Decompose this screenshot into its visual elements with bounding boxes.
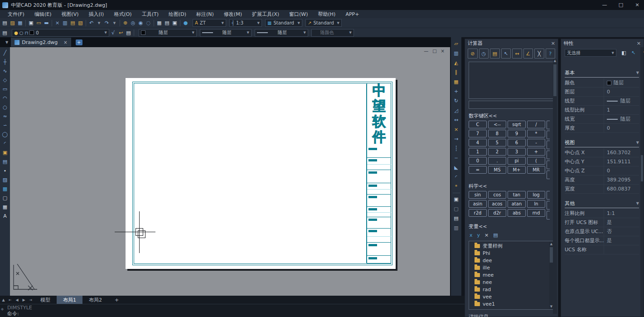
close-button[interactable]: ×: [630, 0, 644, 10]
calc-measure-angle-icon[interactable]: ∠: [523, 49, 533, 59]
numpad-section-label[interactable]: 数字键区<<: [465, 109, 558, 121]
sci-key[interactable]: abs: [508, 209, 526, 217]
menu-file[interactable]: 文件(F): [3, 11, 29, 18]
plot-preview-icon[interactable]: ▭: [35, 19, 43, 27]
doc-minimize-icon[interactable]: —: [424, 49, 428, 54]
move-icon[interactable]: +: [452, 87, 460, 96]
menu-app[interactable]: APP+: [340, 11, 364, 17]
variable-item[interactable]: Phi: [469, 249, 554, 257]
toolbar-icon[interactable]: [154, 20, 154, 26]
calc-key[interactable]: <--: [488, 121, 506, 128]
last-tab-icon[interactable]: ⇥: [27, 298, 34, 302]
variables-section-label[interactable]: 变量<<: [465, 219, 558, 231]
table-style-select[interactable]: ▦ Standard ▼: [265, 19, 302, 27]
property-row[interactable]: 中心点 Y 151.9111: [565, 157, 639, 166]
viewports-icon[interactable]: ▦: [155, 19, 163, 27]
redo-dropdown-icon[interactable]: ▾: [111, 19, 118, 27]
explode-icon[interactable]: *: [452, 182, 460, 191]
calc-key[interactable]: 6: [508, 139, 526, 146]
select-objects-icon[interactable]: ↖: [629, 49, 637, 57]
line-icon[interactable]: ╱: [1, 48, 9, 57]
menu-dimension[interactable]: 标注(N): [191, 11, 219, 18]
tab-menu-icon[interactable]: ▲: [0, 298, 7, 302]
calc-key[interactable]: =: [469, 166, 487, 174]
calc-key[interactable]: pi: [508, 157, 526, 165]
sci-key[interactable]: ln: [527, 200, 545, 208]
property-row[interactable]: 每个视口都显示... 是: [565, 236, 639, 245]
calc-key[interactable]: .: [488, 157, 506, 165]
menu-draw[interactable]: 绘图(D): [164, 11, 191, 18]
command-window-grip-icon[interactable]: ◆: [1, 306, 4, 312]
calc-key[interactable]: 1: [469, 148, 487, 156]
copy-clip-icon[interactable]: ▥: [61, 19, 69, 27]
zoom-previous-icon[interactable]: ◌: [145, 19, 152, 27]
scroll-thumb[interactable]: [553, 64, 557, 96]
property-row[interactable]: 线型 随层: [565, 97, 639, 106]
toolbar-icon[interactable]: [25, 20, 26, 26]
sci-key[interactable]: asin: [469, 200, 487, 208]
restore-button[interactable]: □: [614, 0, 628, 10]
edit-variable-icon[interactable]: y: [477, 232, 480, 238]
menu-help[interactable]: 帮助(H): [313, 11, 341, 18]
hatch-icon[interactable]: ▨: [1, 175, 9, 184]
extend-icon[interactable]: →: [452, 134, 460, 144]
layer-freeze-icon[interactable]: ○: [19, 30, 24, 35]
sci-key[interactable]: d2r: [488, 209, 506, 217]
doc-tab-list-icon[interactable]: ▼: [5, 40, 8, 44]
minimize-button[interactable]: —: [598, 0, 611, 10]
calc-key[interactable]: MR: [527, 166, 545, 174]
delete-variable-icon[interactable]: ×: [484, 232, 489, 238]
next-tab-icon[interactable]: ▶: [20, 298, 27, 302]
trim-icon[interactable]: ×: [452, 125, 460, 134]
menu-format[interactable]: 格式(O): [109, 11, 136, 18]
calc-help-icon[interactable]: ?: [546, 49, 556, 59]
rotate-icon[interactable]: ↻: [452, 96, 460, 106]
calc-get-coordinates-icon[interactable]: ↖: [501, 49, 511, 59]
menu-window[interactable]: 窗口(W): [284, 11, 313, 18]
ellipse-icon[interactable]: ◯: [1, 130, 9, 139]
mirror-icon[interactable]: ◭: [452, 58, 460, 68]
circle-icon[interactable]: ○: [1, 102, 9, 112]
menu-insert[interactable]: 插入(I): [84, 11, 109, 18]
property-row[interactable]: 图层 0: [565, 88, 639, 97]
bring-above-icon[interactable]: ▤: [452, 214, 460, 223]
calc-input-field[interactable]: [469, 101, 554, 109]
sci-key[interactable]: rnd: [527, 209, 545, 217]
layer-manager-icon[interactable]: ▤: [1, 29, 9, 37]
tab-layout1[interactable]: 布局1: [57, 296, 82, 304]
calc-history-area[interactable]: [469, 62, 554, 99]
property-row[interactable]: 中心点 Z 0: [565, 166, 639, 176]
pickadd-toggle-icon[interactable]: ◧: [620, 49, 628, 57]
details-label[interactable]: 详细信息: [465, 310, 558, 317]
dim-style-select[interactable]: ┤ 1:3 ▼: [229, 19, 262, 27]
shade-icon[interactable]: ▣: [171, 19, 179, 27]
point-icon[interactable]: ∙: [1, 166, 9, 175]
toolbar-icon[interactable]: [120, 20, 120, 26]
property-row[interactable]: UCS 名称: [565, 245, 639, 254]
calc-clear-icon[interactable]: ⊘: [468, 49, 478, 59]
variable-item[interactable]: 变量样例: [469, 242, 554, 249]
section-header-view[interactable]: 视图 ▼: [565, 139, 639, 147]
calc-key[interactable]: 2: [488, 148, 506, 156]
menu-tools[interactable]: 工具(T): [137, 11, 164, 18]
scroll-thumb[interactable]: [550, 247, 553, 263]
rectangle-icon[interactable]: ▭: [1, 84, 9, 93]
section-header-misc[interactable]: 其他 ▼: [565, 200, 639, 208]
calc-key[interactable]: 8: [488, 130, 506, 137]
calc-key[interactable]: C: [469, 121, 487, 128]
cut-icon[interactable]: ×: [53, 19, 61, 27]
sci-key[interactable]: tan: [508, 191, 526, 199]
return-variable-icon[interactable]: ▤: [493, 232, 498, 238]
doc-restore-icon[interactable]: □: [432, 49, 436, 54]
variable-item[interactable]: ille: [469, 264, 554, 271]
property-row[interactable]: 中心点 X 160.3702: [565, 148, 639, 157]
property-row[interactable]: 高度 389.2095: [565, 176, 639, 185]
calc-key[interactable]: 7: [469, 130, 487, 137]
calc-key[interactable]: /: [527, 121, 545, 128]
calc-key[interactable]: *: [527, 130, 545, 137]
pan-icon[interactable]: ⊕: [121, 19, 129, 27]
xline-icon[interactable]: ┼: [1, 57, 9, 66]
make-block-icon[interactable]: ▤: [1, 157, 9, 166]
sci-key[interactable]: acos: [488, 200, 506, 208]
scientific-section-label[interactable]: 科学<<: [465, 179, 558, 191]
